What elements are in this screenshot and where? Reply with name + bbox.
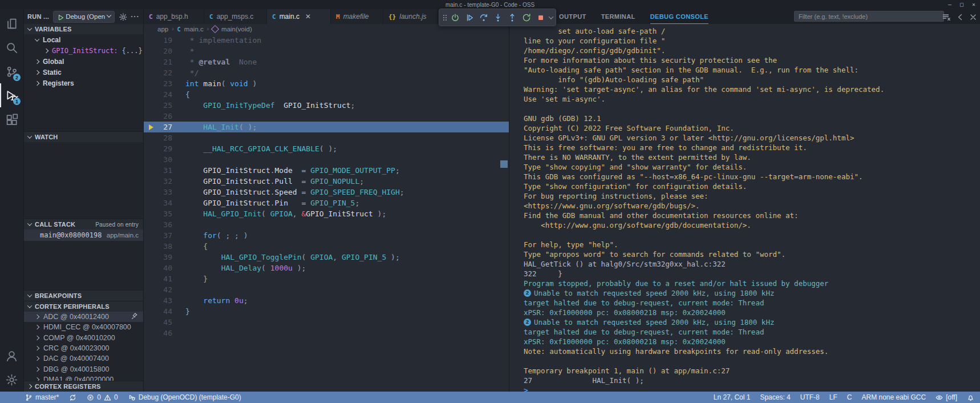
statusbar-encoding[interactable]: UTF-8 — [800, 393, 820, 401]
activity-item-run-and-debug[interactable]: 1 — [0, 83, 23, 107]
editor-tab-makefile[interactable]: Mmakefile — [331, 9, 383, 24]
line-number[interactable]: 30 — [144, 154, 172, 165]
variables-scope-global[interactable]: Global — [24, 56, 143, 67]
line-number[interactable]: 41 — [144, 273, 172, 284]
editor-tab-launch.js[interactable]: {}launch.js — [383, 9, 438, 24]
debug-config-dropdown[interactable]: Debug (Open — [53, 11, 115, 23]
tab-output[interactable]: OUTPUT — [559, 10, 586, 24]
close-tab-icon[interactable]: ✕ — [305, 13, 311, 21]
line-number[interactable]: 45 — [144, 317, 172, 328]
line-number[interactable]: 42 — [144, 284, 172, 295]
activity-item-account[interactable] — [0, 344, 23, 368]
code-line-21[interactable]: 21 * @retval None — [144, 57, 509, 67]
statusbar-live-preview[interactable]: [off] — [936, 393, 957, 401]
line-number[interactable]: 29 — [144, 143, 172, 154]
debug-step-into-button[interactable] — [492, 11, 504, 24]
statusbar-notifications[interactable] — [967, 394, 974, 401]
activity-item-explorer[interactable] — [0, 11, 23, 35]
console-input-prompt[interactable]: > — [524, 385, 975, 392]
code-line-39[interactable]: 39 HAL_GPIO_TogglePin( GPIOA, GPIO_PIN_5… — [144, 252, 509, 263]
peripheral-row[interactable]: ADC @ 0x40012400 — [24, 312, 143, 322]
tab-terminal[interactable]: TERMINAL — [601, 10, 635, 24]
cortex-peripherals-section-header[interactable]: CORTEX PERIPHERALS — [24, 301, 143, 312]
line-number[interactable]: 28 — [144, 132, 172, 143]
statusbar-compiler[interactable]: ARM none eabi GCC — [861, 393, 926, 401]
line-number[interactable]: 43 — [144, 295, 172, 306]
code-line-36[interactable]: 36 — [144, 219, 509, 230]
line-number[interactable]: 36 — [144, 219, 172, 230]
line-number[interactable]: 40 — [144, 263, 172, 273]
code-editor[interactable]: 19 * implementation20 *21 * @retval None… — [144, 34, 509, 392]
statusbar-debug-target[interactable]: Debug (OpenOCD) (template-G0) — [128, 393, 241, 401]
breadcrumb-file[interactable]: main.c — [184, 26, 204, 33]
code-line-22[interactable]: 22 */ — [144, 67, 509, 78]
code-line-41[interactable]: 41 } — [144, 273, 509, 284]
code-line-29[interactable]: 29 __HAL_RCC_GPIOA_CLK_ENABLE( ); — [144, 143, 509, 154]
variable-gpio-initstruct[interactable]: GPIO_InitStruct: {...} — [24, 45, 143, 56]
minimize-icon[interactable]: – — [948, 2, 951, 7]
statusbar-indentation[interactable]: Spaces: 4 — [760, 393, 790, 401]
line-number[interactable]: 33 — [144, 187, 172, 198]
debug-reset-button[interactable] — [449, 11, 461, 24]
activity-item-settings-gear[interactable] — [0, 368, 23, 392]
breakpoints-section-header[interactable]: BREAKPOINTS — [24, 290, 143, 301]
line-number[interactable]: 37 — [144, 230, 172, 241]
peripheral-row[interactable]: CRC @ 0x40023000 — [24, 343, 143, 353]
breadcrumb-symbol[interactable]: main(void) — [221, 26, 252, 33]
line-number[interactable]: 46 — [144, 328, 172, 338]
code-line-43[interactable]: 43 return 0u; — [144, 295, 509, 306]
line-number[interactable]: 32 — [144, 176, 172, 187]
debug-step-out-button[interactable] — [506, 11, 519, 24]
code-line-44[interactable]: 44} — [144, 306, 509, 317]
code-line-34[interactable]: 34 GPIO_InitStruct.Pin = GPIO_PIN_5; — [144, 198, 509, 208]
statusbar-cursor-position[interactable]: Ln 27, Col 1 — [714, 393, 751, 401]
line-number[interactable]: 35 — [144, 208, 172, 219]
clear-console-icon[interactable] — [942, 13, 950, 21]
title-bar[interactable]: main.c - template-G0 - Code - OSS – □ ✕ — [0, 0, 980, 9]
code-line-26[interactable]: 26 — [144, 111, 509, 122]
console-filter-input[interactable] — [794, 11, 944, 22]
debug-restart-button[interactable] — [520, 11, 533, 24]
code-line-20[interactable]: 20 * — [144, 46, 509, 57]
variables-scope-static[interactable]: Static — [24, 67, 143, 78]
more-actions-icon[interactable]: ··· — [131, 13, 140, 21]
editor-tab-main.c[interactable]: Cmain.c✕ — [267, 9, 331, 24]
cortex-registers-section-header[interactable]: CORTEX REGISTERS — [24, 381, 143, 392]
variables-section-header[interactable]: VARIABLES — [24, 24, 143, 34]
close-panel-icon[interactable] — [969, 13, 977, 21]
activity-item-search[interactable] — [0, 35, 23, 59]
line-number[interactable]: 22 — [144, 67, 172, 78]
line-number[interactable]: 25 — [144, 100, 172, 111]
line-number[interactable]: 39 — [144, 252, 172, 263]
line-number[interactable]: 44 — [144, 306, 172, 317]
variables-scope-local[interactable]: Local — [24, 34, 143, 45]
debug-console-output[interactable]: set auto-load safe-path /line to your co… — [509, 24, 980, 392]
code-line-19[interactable]: 19 * implementation — [144, 35, 509, 46]
toolbar-drag-grip-icon[interactable] — [443, 17, 444, 18]
peripheral-row[interactable]: DBG @ 0x40015800 — [24, 364, 143, 374]
variables-scope-registers[interactable]: Registers — [24, 78, 143, 88]
debug-toolbar[interactable] — [439, 9, 556, 26]
code-line-38[interactable]: 38 { — [144, 241, 509, 252]
activity-item-source-control[interactable]: 2 — [0, 59, 23, 83]
line-number[interactable]: 26 — [144, 111, 172, 122]
start-debug-icon[interactable] — [57, 14, 63, 20]
line-number[interactable]: 19 — [144, 35, 172, 46]
debug-continue-button[interactable] — [463, 11, 476, 24]
line-number[interactable]: 38 — [144, 241, 172, 252]
watch-section-header[interactable]: WATCH — [24, 131, 143, 142]
code-line-46[interactable]: 46 — [144, 328, 509, 338]
code-line-32[interactable]: 32 GPIO_InitStruct.Pull = GPIO_NOPULL; — [144, 176, 509, 187]
call-stack-section-header[interactable]: CALL STACK Paused on entry — [24, 219, 143, 229]
code-line-23[interactable]: 23int main( void ) — [144, 78, 509, 89]
code-line-33[interactable]: 33 GPIO_InitStruct.Speed = GPIO_SPEED_FR… — [144, 187, 509, 198]
code-line-25[interactable]: 25 GPIO_InitTypeDef GPIO_InitStruct; — [144, 100, 509, 111]
tab-debug-console[interactable]: DEBUG CONSOLE — [650, 9, 708, 24]
expand-panel-icon[interactable] — [955, 13, 963, 21]
code-line-31[interactable]: 31 GPIO_InitStruct.Mode = GPIO_MODE_OUTP… — [144, 165, 509, 176]
watch-body[interactable] — [24, 142, 143, 219]
close-icon[interactable]: ✕ — [972, 2, 975, 7]
code-line-28[interactable]: 28 — [144, 132, 509, 143]
peripheral-row[interactable]: COMP @ 0x40010200 — [24, 333, 143, 343]
code-line-24[interactable]: 24{ — [144, 89, 509, 100]
